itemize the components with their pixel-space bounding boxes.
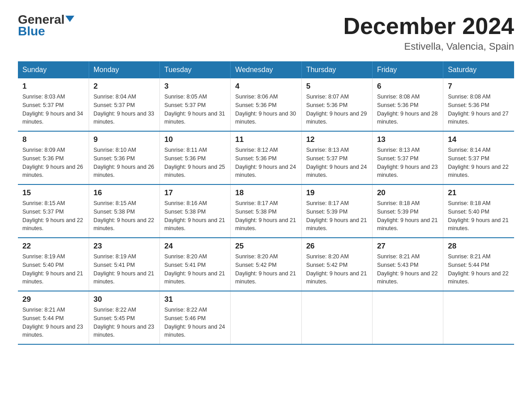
day-number: 14 [448, 135, 510, 144]
day-number: 3 [164, 82, 226, 91]
day-number: 31 [164, 295, 226, 304]
day-number: 27 [377, 242, 438, 251]
day-number: 6 [377, 82, 438, 91]
day-info: Sunrise: 8:09 AMSunset: 5:36 PMDaylight:… [22, 146, 84, 180]
calendar-cell: 3 Sunrise: 8:05 AMSunset: 5:37 PMDayligh… [160, 78, 231, 131]
day-info: Sunrise: 8:19 AMSunset: 5:40 PMDaylight:… [22, 253, 84, 286]
calendar-cell: 14 Sunrise: 8:14 AMSunset: 5:37 PMDaylig… [443, 131, 514, 184]
day-number: 25 [235, 242, 296, 251]
day-number: 9 [94, 135, 155, 144]
day-number: 1 [22, 82, 84, 91]
day-number: 20 [377, 188, 438, 197]
calendar-cell [372, 291, 443, 344]
day-info: Sunrise: 8:20 AMSunset: 5:41 PMDaylight:… [164, 253, 226, 286]
day-info: Sunrise: 8:05 AMSunset: 5:37 PMDaylight:… [164, 93, 226, 126]
day-info: Sunrise: 8:12 AMSunset: 5:36 PMDaylight:… [235, 146, 296, 180]
day-info: Sunrise: 8:22 AMSunset: 5:46 PMDaylight:… [164, 306, 226, 339]
day-info: Sunrise: 8:21 AMSunset: 5:44 PMDaylight:… [22, 306, 84, 339]
day-info: Sunrise: 8:18 AMSunset: 5:40 PMDaylight:… [448, 199, 510, 233]
header-saturday: Saturday [443, 61, 514, 78]
calendar-cell: 11 Sunrise: 8:12 AMSunset: 5:36 PMDaylig… [231, 131, 301, 184]
week-row-3: 15 Sunrise: 8:15 AMSunset: 5:37 PMDaylig… [18, 184, 514, 238]
day-info: Sunrise: 8:21 AMSunset: 5:44 PMDaylight:… [448, 253, 510, 286]
day-number: 23 [94, 242, 155, 251]
calendar-cell [443, 291, 514, 344]
title-section: December 2024 Estivella, Valencia, Spain [343, 13, 514, 52]
day-info: Sunrise: 8:06 AMSunset: 5:36 PMDaylight:… [235, 93, 296, 126]
calendar-cell: 6 Sunrise: 8:08 AMSunset: 5:36 PMDayligh… [372, 78, 443, 131]
location: Estivella, Valencia, Spain [343, 41, 514, 52]
calendar-cell: 1 Sunrise: 8:03 AMSunset: 5:37 PMDayligh… [18, 78, 89, 131]
day-info: Sunrise: 8:19 AMSunset: 5:41 PMDaylight:… [94, 253, 155, 286]
calendar-cell: 5 Sunrise: 8:07 AMSunset: 5:36 PMDayligh… [301, 78, 372, 131]
week-row-4: 22 Sunrise: 8:19 AMSunset: 5:40 PMDaylig… [18, 238, 514, 291]
logo: General Blue [18, 13, 74, 39]
day-number: 10 [164, 135, 226, 144]
day-info: Sunrise: 8:17 AMSunset: 5:39 PMDaylight:… [306, 199, 368, 233]
day-number: 28 [448, 242, 510, 251]
day-info: Sunrise: 8:18 AMSunset: 5:39 PMDaylight:… [377, 199, 438, 233]
week-row-2: 8 Sunrise: 8:09 AMSunset: 5:36 PMDayligh… [18, 131, 514, 184]
day-number: 2 [94, 82, 155, 91]
day-number: 22 [22, 242, 84, 251]
day-number: 21 [448, 188, 510, 197]
calendar-cell [301, 291, 372, 344]
day-number: 29 [22, 295, 84, 304]
calendar-cell: 9 Sunrise: 8:10 AMSunset: 5:36 PMDayligh… [89, 131, 159, 184]
day-info: Sunrise: 8:14 AMSunset: 5:37 PMDaylight:… [448, 146, 510, 180]
calendar-cell: 24 Sunrise: 8:20 AMSunset: 5:41 PMDaylig… [160, 238, 231, 291]
calendar-cell: 31 Sunrise: 8:22 AMSunset: 5:46 PMDaylig… [160, 291, 231, 344]
calendar-cell: 16 Sunrise: 8:15 AMSunset: 5:38 PMDaylig… [89, 184, 159, 238]
day-number: 11 [235, 135, 296, 144]
day-info: Sunrise: 8:20 AMSunset: 5:42 PMDaylight:… [306, 253, 368, 286]
day-number: 18 [235, 188, 296, 197]
day-number: 13 [377, 135, 438, 144]
day-number: 17 [164, 188, 226, 197]
day-number: 5 [306, 82, 368, 91]
day-number: 24 [164, 242, 226, 251]
calendar-table: SundayMondayTuesdayWednesdayThursdayFrid… [18, 61, 514, 345]
day-info: Sunrise: 8:08 AMSunset: 5:36 PMDaylight:… [377, 93, 438, 126]
day-info: Sunrise: 8:16 AMSunset: 5:38 PMDaylight:… [164, 199, 226, 233]
day-number: 4 [235, 82, 296, 91]
calendar-cell: 10 Sunrise: 8:11 AMSunset: 5:36 PMDaylig… [160, 131, 231, 184]
logo-blue: Blue [18, 24, 45, 39]
calendar-cell: 30 Sunrise: 8:22 AMSunset: 5:45 PMDaylig… [89, 291, 159, 344]
logo-triangle-icon [65, 16, 74, 22]
day-info: Sunrise: 8:03 AMSunset: 5:37 PMDaylight:… [22, 93, 84, 126]
day-number: 19 [306, 188, 368, 197]
day-info: Sunrise: 8:22 AMSunset: 5:45 PMDaylight:… [94, 306, 155, 339]
calendar-cell: 29 Sunrise: 8:21 AMSunset: 5:44 PMDaylig… [18, 291, 89, 344]
day-number: 8 [22, 135, 84, 144]
calendar-cell: 17 Sunrise: 8:16 AMSunset: 5:38 PMDaylig… [160, 184, 231, 238]
day-info: Sunrise: 8:04 AMSunset: 5:37 PMDaylight:… [94, 93, 155, 126]
week-row-5: 29 Sunrise: 8:21 AMSunset: 5:44 PMDaylig… [18, 291, 514, 344]
day-info: Sunrise: 8:13 AMSunset: 5:37 PMDaylight:… [377, 146, 438, 180]
day-info: Sunrise: 8:15 AMSunset: 5:38 PMDaylight:… [94, 199, 155, 233]
day-info: Sunrise: 8:21 AMSunset: 5:43 PMDaylight:… [377, 253, 438, 286]
calendar-cell [231, 291, 301, 344]
header-friday: Friday [372, 61, 443, 78]
day-info: Sunrise: 8:20 AMSunset: 5:42 PMDaylight:… [235, 253, 296, 286]
day-info: Sunrise: 8:13 AMSunset: 5:37 PMDaylight:… [306, 146, 368, 180]
calendar-cell: 22 Sunrise: 8:19 AMSunset: 5:40 PMDaylig… [18, 238, 89, 291]
calendar-cell: 23 Sunrise: 8:19 AMSunset: 5:41 PMDaylig… [89, 238, 159, 291]
header-sunday: Sunday [18, 61, 89, 78]
header-tuesday: Tuesday [160, 61, 231, 78]
header-wednesday: Wednesday [231, 61, 301, 78]
day-info: Sunrise: 8:07 AMSunset: 5:36 PMDaylight:… [306, 93, 368, 126]
calendar-cell: 26 Sunrise: 8:20 AMSunset: 5:42 PMDaylig… [301, 238, 372, 291]
day-number: 16 [94, 188, 155, 197]
calendar-cell: 19 Sunrise: 8:17 AMSunset: 5:39 PMDaylig… [301, 184, 372, 238]
calendar-cell: 12 Sunrise: 8:13 AMSunset: 5:37 PMDaylig… [301, 131, 372, 184]
day-number: 26 [306, 242, 368, 251]
calendar-cell: 28 Sunrise: 8:21 AMSunset: 5:44 PMDaylig… [443, 238, 514, 291]
calendar-cell: 20 Sunrise: 8:18 AMSunset: 5:39 PMDaylig… [372, 184, 443, 238]
day-number: 12 [306, 135, 368, 144]
calendar-cell: 8 Sunrise: 8:09 AMSunset: 5:36 PMDayligh… [18, 131, 89, 184]
calendar-cell: 21 Sunrise: 8:18 AMSunset: 5:40 PMDaylig… [443, 184, 514, 238]
header-thursday: Thursday [301, 61, 372, 78]
page-header: General Blue December 2024 Estivella, Va… [18, 13, 514, 52]
calendar-cell: 25 Sunrise: 8:20 AMSunset: 5:42 PMDaylig… [231, 238, 301, 291]
calendar-cell: 7 Sunrise: 8:08 AMSunset: 5:36 PMDayligh… [443, 78, 514, 131]
